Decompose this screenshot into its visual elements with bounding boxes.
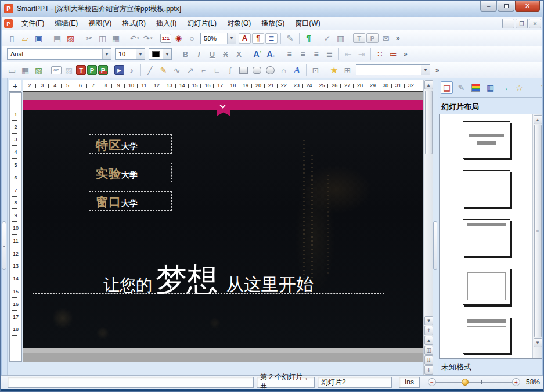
- ellipse-icon[interactable]: [264, 64, 276, 77]
- slide[interactable]: 特区大学 实验大学 窗口大学 让您的 梦想 从这里开始: [23, 100, 423, 348]
- spell-check-icon[interactable]: ✓: [321, 32, 333, 45]
- export-pdf-icon[interactable]: ▨: [64, 32, 77, 45]
- menu-item[interactable]: 文件(F): [16, 17, 49, 29]
- chevron-down-icon[interactable]: ▼: [102, 49, 111, 59]
- audio-icon[interactable]: ♪: [125, 64, 138, 77]
- undo-icon[interactable]: ↶▾: [128, 32, 140, 45]
- zoom-icon[interactable]: ○: [186, 32, 198, 45]
- text-art-object-icon[interactable]: T: [76, 65, 86, 75]
- connector-line-icon[interactable]: ∟: [211, 64, 223, 77]
- wordart-icon[interactable]: A: [291, 64, 303, 77]
- save-icon[interactable]: ▣: [33, 32, 45, 45]
- next-slide-icon[interactable]: ⇊: [424, 355, 433, 365]
- dropdown-arrow-icon[interactable]: ▾: [137, 36, 139, 41]
- restore-button[interactable]: [498, 1, 514, 12]
- design-tab-icon[interactable]: ✎: [455, 81, 467, 94]
- numbered-list-icon[interactable]: ≔: [387, 48, 399, 60]
- cut-icon[interactable]: ✂: [83, 32, 95, 45]
- text-frame-icon[interactable]: ▭: [6, 64, 18, 77]
- presentation-object-icon[interactable]: P: [366, 33, 379, 43]
- scroll-thumb[interactable]: ≡: [534, 125, 542, 337]
- minimize-button[interactable]: –: [480, 1, 497, 12]
- panel-collapse-handle[interactable]: ◂: [2, 221, 6, 270]
- shrink-font-icon[interactable]: A: [265, 48, 277, 60]
- zoom-out-button[interactable]: −: [428, 378, 436, 386]
- menu-item[interactable]: 视图(V): [83, 17, 117, 29]
- panel-splitter-handle[interactable]: [433, 221, 437, 270]
- slide-textbox[interactable]: 实验大学: [89, 163, 172, 182]
- menu-item[interactable]: 格式(R): [117, 17, 151, 29]
- underline-icon[interactable]: U: [206, 48, 218, 60]
- first-slide-icon[interactable]: ↥: [424, 326, 433, 335]
- menu-item[interactable]: 插入(I): [151, 17, 182, 29]
- print-icon[interactable]: ▤: [51, 32, 63, 45]
- menu-item[interactable]: 播放(S): [256, 17, 290, 29]
- text-object-icon[interactable]: T: [353, 33, 365, 43]
- toolbar-overflow-icon[interactable]: »: [404, 50, 408, 58]
- scroll-down-icon[interactable]: ▾: [424, 316, 433, 325]
- slide-textbox[interactable]: 特区大学: [89, 134, 172, 154]
- video-icon[interactable]: ▶: [114, 65, 124, 75]
- chevron-down-icon[interactable]: ▼: [421, 65, 430, 75]
- transition-tab-icon[interactable]: →: [499, 81, 511, 94]
- layout-tab-icon[interactable]: ▤: [441, 81, 453, 94]
- insert-mode-field[interactable]: Ins: [399, 377, 420, 388]
- strikethrough-icon[interactable]: X: [219, 48, 232, 60]
- vertical-scrollbar[interactable]: ▴ ▾↥▴◫⇊↧: [423, 80, 433, 375]
- formatting-marks-icon[interactable]: ¶: [302, 32, 315, 45]
- align-left-icon[interactable]: ≡: [283, 48, 296, 60]
- list-style-icon[interactable]: ≣: [265, 33, 278, 44]
- font-name-combobox[interactable]: Arial ▼: [7, 48, 111, 60]
- rectangle-icon[interactable]: [237, 64, 250, 77]
- paragraph-style-icon[interactable]: ¶: [252, 33, 264, 44]
- layout-list[interactable]: ▴ ≡ ▾: [439, 114, 543, 359]
- zoom-selection-icon[interactable]: ◉: [172, 32, 185, 45]
- layout-thumb-blank[interactable]: [463, 170, 510, 207]
- font-color-picker[interactable]: ▼: [149, 48, 172, 60]
- arrow-icon[interactable]: ↗: [184, 64, 196, 77]
- slide-pages-icon[interactable]: ◫: [424, 346, 433, 355]
- italic-icon[interactable]: I: [193, 48, 205, 60]
- new-document-icon[interactable]: ▯: [6, 32, 18, 45]
- effects-tab-icon[interactable]: ☆: [513, 81, 525, 94]
- document-icon[interactable]: P: [4, 19, 13, 28]
- layout-list-scrollbar[interactable]: ▴ ≡ ▾: [532, 114, 542, 358]
- justify-icon[interactable]: ≣: [323, 48, 336, 60]
- ruler-origin-button[interactable]: +: [9, 80, 21, 92]
- mdi-minimize-icon[interactable]: –: [502, 19, 514, 28]
- line-icon[interactable]: ╱: [144, 64, 156, 77]
- layout-thumb-content-frame[interactable]: [463, 268, 510, 305]
- menu-item[interactable]: 幻灯片(L): [182, 17, 222, 29]
- custom-shape-icon[interactable]: ⊞: [341, 64, 354, 77]
- actual-size-icon[interactable]: 1:1: [160, 34, 171, 43]
- mail-icon[interactable]: ✉: [380, 32, 392, 45]
- zoom-slider-thumb[interactable]: [462, 379, 469, 386]
- table-icon[interactable]: ▦: [19, 64, 31, 77]
- increase-indent-icon[interactable]: ⇥: [355, 48, 368, 60]
- slide-canvas[interactable]: 特区大学 实验大学 窗口大学 让您的 梦想 从这里开始 ◂ ||| ▸: [23, 92, 423, 362]
- chevron-down-icon[interactable]: ▼: [136, 49, 145, 59]
- ole-object-icon[interactable]: ole: [51, 66, 62, 74]
- mdi-close-icon[interactable]: ✕: [529, 19, 541, 28]
- menu-item[interactable]: 编辑(E): [49, 17, 83, 29]
- vertical-scroll-thumb[interactable]: [425, 91, 433, 154]
- outline-object-icon[interactable]: P: [98, 65, 108, 75]
- layout-thumb-title-and-content[interactable]: [463, 317, 510, 354]
- zoom-in-button[interactable]: +: [512, 378, 520, 386]
- zoom-combobox[interactable]: 58% ▼: [200, 33, 236, 44]
- connector-elbow-icon[interactable]: ⌐: [197, 64, 210, 77]
- slide-textbox[interactable]: 窗口大学: [89, 191, 172, 211]
- bold-icon[interactable]: B: [179, 48, 192, 60]
- callout-shape-icon[interactable]: ⌂: [278, 64, 290, 77]
- shadow-text-icon[interactable]: X: [233, 48, 245, 60]
- zoom-slider[interactable]: − +: [428, 378, 520, 386]
- scroll-up-button[interactable]: ▴: [534, 115, 542, 124]
- shape-style-combobox[interactable]: ▼: [356, 64, 430, 75]
- toolbar-overflow-icon[interactable]: »: [396, 34, 400, 42]
- menu-item[interactable]: 对象(O): [222, 17, 256, 29]
- menu-item[interactable]: 窗口(W): [290, 17, 325, 29]
- decrease-indent-icon[interactable]: ⇤: [342, 48, 354, 60]
- format-painter-icon[interactable]: ✎: [284, 32, 296, 45]
- scroll-up-button[interactable]: ▴: [424, 80, 433, 89]
- placeholder-object-icon[interactable]: P: [87, 65, 97, 75]
